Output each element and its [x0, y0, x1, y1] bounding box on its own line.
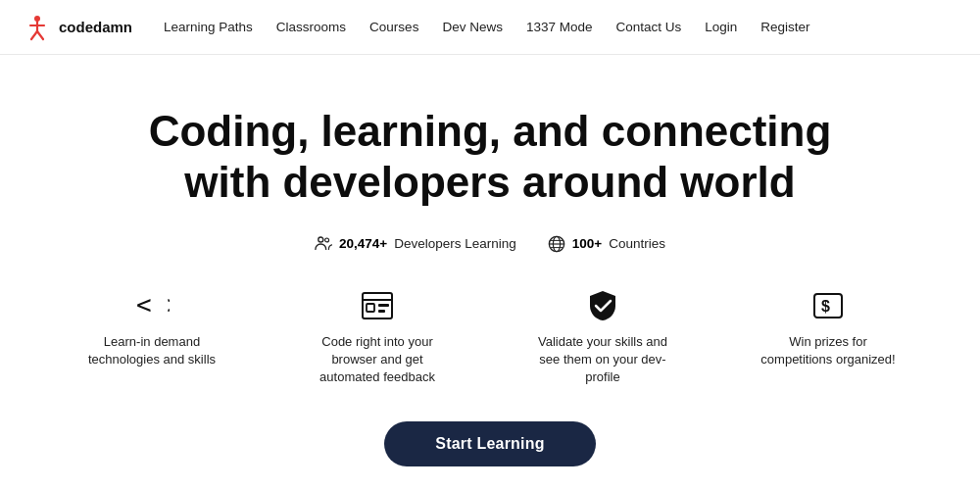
feature-code-text: Learn-in demand technologies and skills [78, 333, 225, 368]
svg-rect-16 [378, 304, 389, 307]
logo-link[interactable]: codedamn [24, 14, 132, 41]
navbar: codedamn Learning Paths Classrooms Cours… [0, 0, 980, 55]
nav-learning-paths[interactable]: Learning Paths [164, 20, 253, 34]
start-learning-button[interactable]: Start Learning [384, 421, 595, 466]
logo-icon [24, 14, 51, 41]
people-icon [315, 235, 332, 253]
features-row: < > Learn-in demand technologies and ski… [78, 288, 902, 387]
svg-rect-15 [367, 304, 374, 312]
feature-browser: Code right into your browser and get aut… [304, 288, 451, 387]
svg-line-4 [37, 31, 43, 39]
svg-point-6 [325, 238, 329, 242]
nav-1337-mode[interactable]: 1337 Mode [526, 20, 593, 34]
feature-browser-text: Code right into your browser and get aut… [304, 333, 451, 387]
stat-developers-label: Developers Learning [394, 236, 516, 251]
feature-code: < > Learn-in demand technologies and ski… [78, 288, 225, 387]
stat-countries: 100+ Countries [548, 235, 665, 253]
hero-section: Coding, learning, and connecting with de… [0, 55, 980, 466]
logo-text: codedamn [59, 19, 132, 35]
feature-shield-text: Validate your skills and see them on you… [529, 333, 676, 387]
feature-prize: $ Win prizes for competitions organized! [755, 288, 902, 387]
stat-countries-number: 100+ [572, 236, 602, 251]
globe-icon [548, 235, 565, 253]
nav-register[interactable]: Register [760, 20, 809, 34]
code-icon: < > [134, 288, 170, 323]
cta-area: Start Learning [384, 421, 595, 466]
browser-icon [360, 288, 395, 323]
prize-icon: $ [810, 288, 846, 323]
shield-check-icon [585, 288, 620, 323]
stat-developers: 20,474+ Developers Learning [315, 235, 516, 253]
svg-rect-17 [378, 310, 385, 313]
svg-line-3 [31, 31, 37, 39]
nav-dev-news[interactable]: Dev News [442, 20, 503, 34]
nav-links: Learning Paths Classrooms Courses Dev Ne… [164, 20, 956, 34]
stat-developers-number: 20,474+ [339, 236, 387, 251]
feature-shield: Validate your skills and see them on you… [529, 288, 676, 387]
svg-text:< >: < > [136, 290, 170, 319]
stat-countries-label: Countries [609, 236, 665, 251]
nav-classrooms[interactable]: Classrooms [276, 20, 346, 34]
hero-stats: 20,474+ Developers Learning 100+ Countri… [315, 235, 665, 253]
svg-point-5 [318, 237, 323, 242]
nav-courses[interactable]: Courses [369, 20, 418, 34]
svg-text:$: $ [821, 298, 830, 315]
nav-login[interactable]: Login [705, 20, 737, 34]
feature-prize-text: Win prizes for competitions organized! [755, 333, 902, 368]
nav-contact-us[interactable]: Contact Us [615, 20, 681, 34]
hero-title: Coding, learning, and connecting with de… [118, 106, 862, 208]
